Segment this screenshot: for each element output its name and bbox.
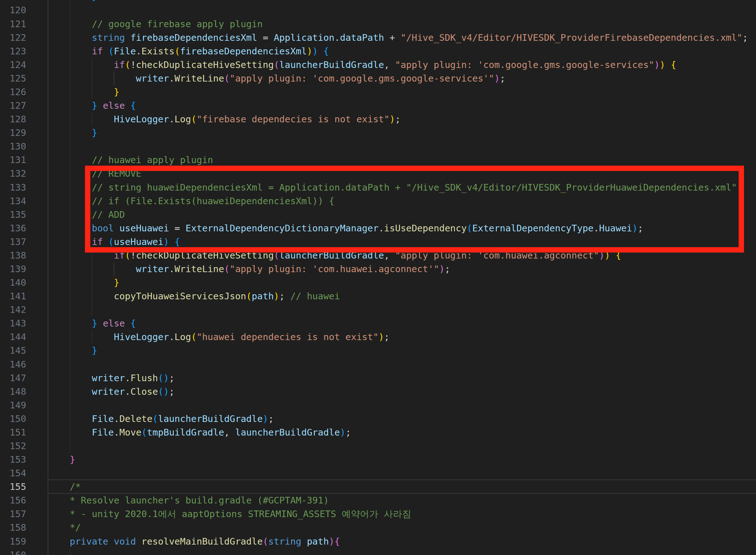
code-line[interactable]: 129 } [0, 126, 756, 140]
code-line[interactable]: 139 writer.WriteLine("apply plugin: 'com… [0, 262, 756, 276]
code-line[interactable]: 137 if (useHuawei) { [0, 235, 756, 249]
line-number[interactable]: 125 [0, 72, 26, 85]
line-number[interactable]: 133 [0, 181, 26, 195]
code-line[interactable]: 134 // if (File.Exists(huaweiDependencie… [0, 195, 756, 208]
code-line[interactable]: 144 HiveLogger.Log("huawei dependecies i… [0, 330, 756, 344]
line-number[interactable]: 134 [0, 195, 26, 208]
line-number[interactable]: 130 [0, 140, 26, 153]
code-content[interactable] [48, 548, 756, 555]
code-content[interactable]: writer.Close(); [48, 385, 756, 398]
code-content[interactable]: // google firebase apply plugin [48, 17, 756, 31]
code-line[interactable]: 123 if (File.Exists(firebaseDependencies… [0, 45, 756, 58]
code-line[interactable]: 119 } [0, 0, 756, 3]
line-number[interactable]: 123 [0, 45, 26, 58]
code-content[interactable] [48, 358, 756, 371]
code-line[interactable]: 130 [0, 140, 756, 153]
code-content[interactable]: writer.Flush(); [48, 371, 756, 385]
code-content[interactable] [48, 398, 756, 412]
code-content[interactable]: } [48, 344, 756, 357]
code-content[interactable]: HiveLogger.Log("firebase dependecies is … [48, 113, 756, 126]
line-number[interactable]: 127 [0, 99, 26, 113]
code-content[interactable]: } [48, 0, 756, 3]
line-number[interactable]: 142 [0, 303, 26, 317]
line-number[interactable]: 138 [0, 249, 26, 262]
code-content[interactable]: // REMOVE [48, 167, 756, 180]
line-number[interactable]: 158 [0, 521, 26, 535]
code-content[interactable]: HiveLogger.Log("huawei dependecies is no… [48, 330, 756, 344]
code-line[interactable]: 142 [0, 303, 756, 317]
code-content[interactable]: if (useHuawei) { [48, 235, 756, 249]
code-line[interactable]: 156 * Resolve launcher's build.gradle (#… [0, 494, 756, 507]
code-line[interactable]: 127 } else { [0, 99, 756, 113]
code-content[interactable] [48, 140, 756, 153]
code-line[interactable]: 136 bool useHuawei = ExternalDependencyD… [0, 221, 756, 235]
code-content[interactable]: } [48, 126, 756, 140]
code-line[interactable]: 135 // ADD [0, 208, 756, 221]
code-content[interactable]: */ [48, 521, 756, 535]
line-number[interactable]: 155 [0, 480, 26, 494]
code-editor[interactable]: 119 }120121 // google firebase apply plu… [0, 0, 756, 555]
line-number[interactable]: 152 [0, 439, 26, 453]
code-line[interactable]: 155 /* [0, 480, 756, 494]
code-content[interactable]: } [48, 453, 756, 467]
line-number[interactable]: 143 [0, 317, 26, 330]
code-content[interactable]: // huawei apply plugin [48, 153, 756, 167]
code-content[interactable]: // ADD [48, 208, 756, 221]
line-number[interactable]: 146 [0, 358, 26, 371]
line-number[interactable]: 139 [0, 262, 26, 276]
code-line[interactable]: 151 File.Move(tmpBuildGradle, launcherBu… [0, 426, 756, 439]
code-line[interactable]: 149 [0, 398, 756, 412]
code-content[interactable]: } else { [48, 317, 756, 330]
line-number[interactable]: 151 [0, 426, 26, 439]
code-line[interactable]: 147 writer.Flush(); [0, 371, 756, 385]
line-number[interactable]: 149 [0, 398, 26, 412]
code-content[interactable] [48, 439, 756, 453]
code-content[interactable] [48, 303, 756, 317]
code-content[interactable]: // if (File.Exists(huaweiDependenciesXml… [48, 195, 756, 208]
line-number[interactable]: 137 [0, 235, 26, 249]
line-number[interactable]: 147 [0, 371, 26, 385]
code-line[interactable]: 124 if(!checkDuplicateHiveSetting(launch… [0, 58, 756, 72]
code-line[interactable]: 146 [0, 358, 756, 371]
line-number[interactable]: 128 [0, 113, 26, 126]
line-number[interactable]: 140 [0, 276, 26, 290]
code-content[interactable]: // string huaweiDependenciesXml = Applic… [48, 181, 756, 195]
line-number[interactable]: 160 [0, 548, 26, 555]
line-number[interactable]: 156 [0, 494, 26, 507]
code-content[interactable]: * Resolve launcher's build.gradle (#GCPT… [48, 494, 756, 507]
code-line[interactable]: 120 [0, 3, 756, 17]
line-number[interactable]: 157 [0, 507, 26, 521]
code-line[interactable]: 150 File.Delete(launcherBuildGradle); [0, 412, 756, 426]
code-line[interactable]: 154 [0, 467, 756, 480]
code-content[interactable]: * - unity 2020.1에서 aaptOptions STREAMING… [48, 507, 756, 521]
code-line[interactable]: 159 private void resolveMainBuildGradle(… [0, 535, 756, 548]
code-line[interactable]: 140 } [0, 276, 756, 290]
code-content[interactable] [48, 467, 756, 480]
code-line[interactable]: 121 // google firebase apply plugin [0, 17, 756, 31]
code-content[interactable]: } else { [48, 99, 756, 113]
code-line[interactable]: 122 string firebaseDependenciesXml = App… [0, 31, 756, 45]
code-line[interactable]: 158 */ [0, 521, 756, 535]
line-number[interactable]: 145 [0, 344, 26, 357]
line-number[interactable]: 122 [0, 31, 26, 45]
code-line[interactable]: 138 if(!checkDuplicateHiveSetting(launch… [0, 249, 756, 262]
line-number[interactable]: 121 [0, 17, 26, 31]
code-content[interactable]: File.Move(tmpBuildGradle, launcherBuildG… [48, 426, 756, 439]
line-number[interactable]: 154 [0, 467, 26, 480]
line-number[interactable]: 132 [0, 167, 26, 180]
line-number[interactable]: 131 [0, 153, 26, 167]
line-number[interactable]: 150 [0, 412, 26, 426]
line-number[interactable]: 120 [0, 3, 26, 17]
code-content[interactable]: string firebaseDependenciesXml = Applica… [48, 31, 756, 45]
line-number[interactable]: 153 [0, 453, 26, 467]
code-line[interactable]: 145 } [0, 344, 756, 357]
code-line[interactable]: 128 HiveLogger.Log("firebase dependecies… [0, 113, 756, 126]
code-content[interactable]: writer.WriteLine("apply plugin: 'com.hua… [48, 262, 756, 276]
code-content[interactable]: copyToHuaweiServicesJson(path); // huawe… [48, 290, 756, 303]
code-content[interactable]: } [48, 276, 756, 290]
code-line[interactable]: 131 // huawei apply plugin [0, 153, 756, 167]
code-line[interactable]: 152 [0, 439, 756, 453]
line-number[interactable]: 141 [0, 290, 26, 303]
code-line[interactable]: 157 * - unity 2020.1에서 aaptOptions STREA… [0, 507, 756, 521]
code-line[interactable]: 160 [0, 548, 756, 555]
